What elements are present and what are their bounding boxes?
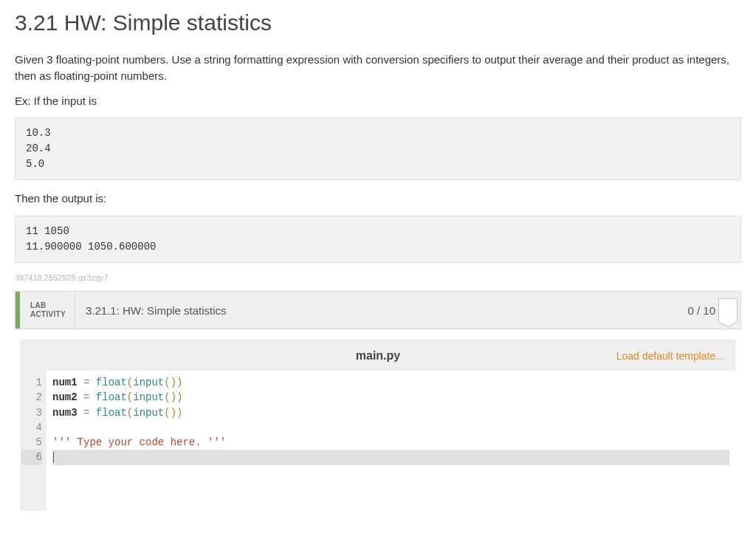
score-ribbon-wrap	[718, 292, 740, 329]
lab-score: 0 / 10	[677, 292, 718, 329]
gutter-line-number: 6	[21, 450, 42, 464]
gutter-line-number: 5	[21, 435, 42, 450]
example-input-block: 10.3 20.4 5.0	[15, 117, 741, 180]
score-ribbon-icon	[718, 298, 738, 322]
editor-code-area[interactable]: num1 = float(input())num2 = float(input(…	[47, 371, 735, 511]
hash-label: 397418.2552928.qx3zqy7	[15, 273, 741, 282]
code-editor: main.py Load default template... 123456 …	[21, 340, 735, 511]
gutter-line-number: 4	[21, 420, 42, 435]
code-line[interactable]: num2 = float(input())	[52, 390, 729, 405]
editor-body[interactable]: 123456 num1 = float(input())num2 = float…	[21, 371, 735, 511]
code-line[interactable]: num1 = float(input())	[52, 375, 729, 390]
code-line[interactable]: ''' Type your code here. '''	[52, 435, 729, 450]
lab-label-bottom: ACTIVITY	[30, 310, 66, 319]
gutter-line-number: 2	[21, 390, 42, 405]
editor-gutter: 123456	[21, 371, 47, 511]
code-line[interactable]	[52, 420, 729, 435]
lab-activity-label: LAB ACTIVITY	[20, 292, 75, 329]
lab-activity-title: 3.21.1: HW: Simple statistics	[75, 292, 678, 329]
example-output-block: 11 1050 11.900000 1050.600000	[15, 216, 741, 263]
editor-header: main.py Load default template...	[21, 340, 735, 371]
code-line[interactable]	[52, 450, 729, 464]
lab-label-top: LAB	[30, 301, 66, 310]
lab-activity-bar: LAB ACTIVITY 3.21.1: HW: Simple statisti…	[15, 291, 741, 329]
gutter-line-number: 1	[21, 375, 42, 390]
code-line[interactable]: num3 = float(input())	[52, 405, 729, 420]
prompt-paragraph: Given 3 floating-point numbers. Use a st…	[15, 52, 741, 84]
page-title: 3.21 HW: Simple statistics	[15, 10, 741, 35]
load-default-template-link[interactable]: Load default template...	[616, 350, 724, 362]
text-cursor	[53, 452, 54, 463]
example-output-label: Then the output is:	[15, 191, 741, 207]
gutter-line-number: 3	[21, 405, 42, 420]
example-input-label: Ex: If the input is	[15, 93, 741, 109]
